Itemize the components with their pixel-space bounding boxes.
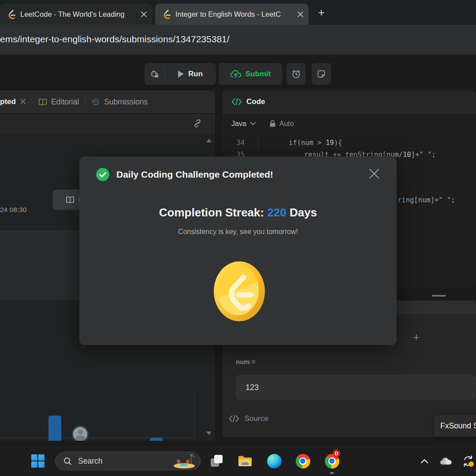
run-label: Run: [188, 70, 203, 78]
leetcode-favicon: [7, 9, 16, 19]
tab-editorial[interactable]: Editorial: [38, 97, 79, 107]
chart-bar: [150, 438, 163, 441]
activity-bars: [0, 387, 203, 441]
task-view-icon: [211, 455, 223, 467]
code-token: ;: [451, 196, 455, 204]
code-token: ]+: [411, 151, 420, 159]
running-indicator: [330, 472, 334, 474]
start-button[interactable]: [30, 446, 46, 476]
code-panel-title: Code: [246, 97, 265, 106]
code-token: 19: [326, 139, 334, 147]
tab-submissions[interactable]: Submissions: [92, 97, 148, 107]
modal-header: Daily Coding Challenge Completed!: [96, 168, 273, 181]
debug-button[interactable]: [145, 68, 165, 80]
submit-button[interactable]: Submit: [219, 63, 282, 85]
avatar-torso: [75, 435, 86, 441]
file-explorer-button[interactable]: [237, 446, 253, 476]
cloud-upload-icon: [230, 70, 242, 78]
history-icon: [92, 98, 100, 106]
fxsound-label: FxSound S: [440, 421, 476, 431]
url-text: ems/integer-to-english-words/submissions…: [0, 34, 230, 45]
modal-close-icon[interactable]: [368, 168, 380, 181]
streak-line: Completion Streak: 220 Days: [79, 206, 397, 219]
tray-show-hidden-button[interactable]: [417, 446, 432, 476]
windows-logo-icon: [31, 454, 45, 468]
chrome-button[interactable]: [295, 446, 311, 476]
sync-tray-button[interactable]: [459, 446, 476, 476]
tab-close-icon[interactable]: [298, 11, 303, 17]
code-line-fragment: ring[num]+" ";: [398, 196, 455, 204]
code-token: ring[num]+: [398, 196, 439, 204]
testcase-value: 123: [245, 383, 259, 392]
cloud-icon: [439, 457, 453, 465]
code-token: " ": [439, 196, 451, 204]
scroll-up-icon[interactable]: [206, 139, 212, 142]
tab-close-icon[interactable]: [141, 11, 147, 17]
onedrive-tray-button[interactable]: [438, 446, 454, 476]
scroll-down-icon[interactable]: [206, 431, 212, 435]
task-view-button[interactable]: [209, 446, 225, 476]
edge-icon: [267, 454, 282, 469]
taskbar: Search: [0, 446, 476, 476]
new-tab-button[interactable]: +: [315, 6, 328, 19]
avatar-head: [78, 430, 83, 435]
chart-bar: [48, 416, 61, 441]
browser-tab-leetcode-home[interactable]: LeetCode - The World's Leading: [0, 4, 152, 25]
search-placeholder: Search: [78, 457, 167, 466]
streak-value: 220: [267, 206, 286, 219]
leetcode-coin-logo: [214, 261, 265, 321]
tab-title: Integer to English Words - LeetC: [175, 10, 293, 19]
book-icon: [38, 98, 47, 106]
tab-accepted[interactable]: pted: [0, 97, 16, 106]
bug-lock-icon: [150, 69, 160, 79]
tab-editorial-label: Editorial: [51, 97, 79, 107]
streak-unit: Days: [290, 206, 317, 219]
folder-icon: [238, 455, 253, 467]
run-button[interactable]: Run: [165, 70, 216, 78]
code-token: (num >: [297, 139, 326, 147]
submission-timestamp: 24 08:30: [0, 206, 26, 214]
timer-button[interactable]: [286, 63, 306, 85]
tab-accepted-close-icon[interactable]: [20, 98, 26, 106]
streak-label: Completion Streak:: [159, 206, 264, 219]
address-bar[interactable]: ems/integer-to-english-words/submissions…: [0, 25, 476, 56]
source-label: Source: [245, 414, 268, 423]
chrome-icon: [296, 454, 310, 469]
code-token: 10: [403, 151, 411, 159]
testcase-param-label: num =: [236, 358, 256, 365]
fxsound-popup[interactable]: FxSound S: [434, 415, 476, 437]
drag-handle[interactable]: [432, 295, 446, 297]
taskbar-search[interactable]: Search: [55, 452, 201, 470]
code-panel-header: Code: [223, 90, 476, 114]
leetcoin: [214, 261, 265, 321]
avatar: [72, 426, 89, 441]
add-testcase-button[interactable]: +: [413, 331, 420, 344]
note-icon: [316, 69, 326, 79]
profile-badge-d: D: [333, 450, 340, 457]
daily-challenge-modal: Daily Coding Challenge Completed! Comple…: [79, 156, 397, 345]
code-token: ;: [431, 151, 435, 159]
activity-chart: [0, 387, 203, 441]
submission-header-row: [0, 114, 215, 133]
gutter-divider: [258, 134, 258, 160]
edge-browser-button[interactable]: [266, 446, 282, 476]
check-circle-icon: [96, 168, 109, 181]
source-toggle[interactable]: Source: [229, 414, 268, 423]
testcase-input[interactable]: 123: [236, 375, 476, 400]
notes-button[interactable]: [312, 63, 331, 85]
book-icon: [66, 196, 74, 204]
code-icon: [229, 415, 239, 423]
chrome-profile-d-button[interactable]: D: [324, 446, 340, 476]
tab-submissions-label: Submissions: [104, 97, 148, 107]
link-icon[interactable]: [192, 118, 203, 130]
chevron-up-icon: [420, 459, 428, 464]
language-row: Java Auto: [223, 114, 476, 134]
tab-title: LeetCode - The World's Leading: [20, 10, 137, 19]
problem-panel-tabs: pted Editorial: [0, 90, 215, 114]
language-select[interactable]: Java: [231, 120, 246, 128]
alarm-clock-icon: [291, 69, 301, 79]
auto-indent-label[interactable]: Auto: [279, 120, 294, 128]
tab-separator: [85, 97, 86, 106]
browser-tab-current[interactable]: Integer to English Words - LeetC: [155, 4, 309, 25]
search-beach-graphic-icon: [173, 454, 196, 469]
